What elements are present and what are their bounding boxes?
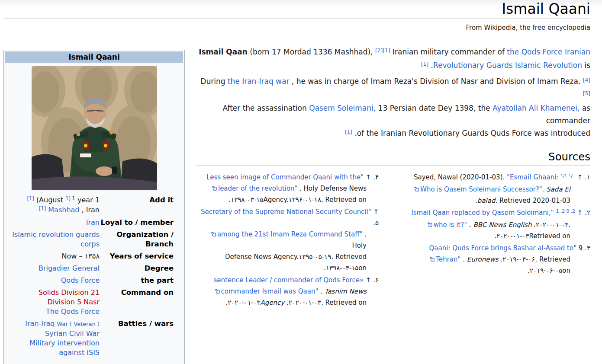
- text-line: Brigadier General: [5, 264, 100, 273]
- text-line: commander Ismail was Qaan" . Tasnim News: [196, 286, 379, 297]
- text-line: .۱۳۹۸-۰۳-۱۵Agency.۱۳۹۶-۰۱-۱۸. Retrieved …: [196, 194, 379, 205]
- infobox-row: Qods Forcethe part: [5, 275, 183, 287]
- text: (born 17 Mordad 1336 Mashhad),: [248, 48, 375, 56]
- text: .: [460, 255, 467, 263]
- wiki-link[interactable]: Iran-Iraq: [25, 319, 55, 328]
- wiki-link[interactable]: "Esmail Ghaani:: [507, 173, 560, 181]
- text-line: among the 21st Imam Reza Command Staff" …: [196, 229, 379, 251]
- text: .۲۰۲۰-۰۱-۰۳: [225, 299, 260, 307]
- ref-marker-link[interactable]: [4][5]: [583, 77, 590, 96]
- infobox-label: Organization / Branch: [100, 230, 183, 249]
- backlink-arrow: ↑: [575, 209, 583, 217]
- external-link-icon[interactable]: [215, 287, 221, 295]
- ref-marker-link[interactable]: 1 .2 0 .2: [556, 208, 575, 214]
- wiki-link[interactable]: Less seen image of Commander Qaani with …: [206, 173, 364, 181]
- wiki-link[interactable]: Qasem Soleimani,: [309, 104, 376, 112]
- text-line: [1] (August 1) 1 year 1: [5, 195, 100, 205]
- text: is: [582, 61, 590, 70]
- text-line: During the Iran-Iraq war , he was in cha…: [196, 75, 590, 102]
- ref-marker-link[interactable]: [2][1]: [375, 48, 390, 54]
- wiki-link[interactable]: leader of the revolution": [218, 185, 297, 192]
- text: .۱۳۹۸-۰۳-۱۵on: [324, 264, 367, 272]
- external-link-icon[interactable]: [414, 185, 420, 193]
- text: .: [542, 185, 547, 193]
- text: Sayed, Nawal (2020-01-03).: [414, 173, 507, 181]
- reference-item-1: Sayed, Nawal (2020-01-03). "Esmail Ghaan…: [394, 172, 590, 206]
- ref-marker-link[interactable]: ۱/۱ ۱/۰: [560, 173, 575, 179]
- backlink-arrow: ↑: [364, 276, 371, 284]
- wiki-link[interactable]: the Iran-Iraq war: [228, 77, 290, 86]
- ref-number: .۳: [583, 244, 590, 252]
- sources-heading: Sources: [196, 150, 590, 166]
- text-line: .۲۰۲۰-۰۱-۰۳Retrieved on: [394, 230, 590, 242]
- text-line: Division 5 Nasr: [5, 297, 100, 307]
- text: Tasnim News: [325, 287, 367, 295]
- backlink-arrow: 9: [576, 244, 583, 252]
- external-link-icon[interactable]: [427, 221, 434, 229]
- infobox-value: Brigadier General: [5, 264, 100, 273]
- wiki-link[interactable]: Syrian Civil War: [45, 329, 100, 338]
- portrait-photo[interactable]: [32, 66, 157, 190]
- text: year 1: [75, 196, 100, 204]
- wiki-redlink[interactable]: Solids Division 21: [39, 288, 100, 297]
- wiki-link[interactable]: Who is Qasem Soleimani Successor?": [420, 185, 542, 193]
- wiki-link[interactable]: who is it?": [434, 221, 467, 229]
- text: Agency: [260, 299, 284, 307]
- text-line: Less seen image of Commander Qaani with …: [196, 172, 379, 183]
- ref-marker-link[interactable]: [1]: [345, 129, 352, 135]
- text: BBC News English: [473, 221, 531, 229]
- ref-marker-link[interactable]: [1]: [421, 61, 428, 67]
- reference-item-2: Ismail Qaan replaced by Qasem Soleimani,…: [394, 207, 590, 242]
- infobox: Ismail Qaani: [3, 50, 185, 364]
- references-column-right: Sayed, Nawal (2020-01-03). "Esmail Ghaan…: [394, 172, 590, 309]
- external-link-icon[interactable]: [429, 255, 436, 263]
- wiki-link[interactable]: Secretary of the Supreme National Securi…: [201, 208, 371, 216]
- infobox-divider: [4, 193, 184, 193]
- infobox-label: Add it: [100, 195, 183, 205]
- ref-number: .۵: [373, 219, 379, 227]
- wiki-redlink[interactable]: Division 5 Nasr: [48, 298, 100, 306]
- ref-marker-link[interactable]: [1]: [27, 195, 34, 201]
- text-line: .۲۰۱۹-۰۶-۰۵on: [394, 265, 590, 276]
- infobox-label: Command on: [100, 288, 183, 297]
- site-subtitle: From Wikipedia, the free encyclopedia: [466, 24, 590, 32]
- infobox-row: Solids Division 21Division 5 NasrThe Qod…: [5, 287, 183, 318]
- wiki-link[interactable]: Ayatollah Ali Khamenei,: [493, 104, 579, 112]
- wiki-link[interactable]: Mashhad: [48, 206, 79, 214]
- ref-marker-link[interactable]: 1): [65, 195, 71, 201]
- infobox-value: Iran-Iraq War ( Veteran )Syrian Civil Wa…: [5, 319, 100, 358]
- text: .۱۳۹۸-۰۳-۱۵Agency.۱۳۹۶-۰۱-۱۸. Retrieved …: [229, 196, 367, 204]
- external-link-icon[interactable]: [212, 185, 218, 192]
- text-line: Iran-Iraq War ( Veteran ): [5, 319, 100, 329]
- ref-marker-link[interactable]: [1]: [39, 205, 46, 211]
- text: .۲۰۲۰-۰۱-۰۳Retrieved on: [494, 232, 570, 240]
- wiki-link[interactable]: sentence Leader / commander of Qods Forc…: [214, 276, 364, 284]
- wiki-link[interactable]: Revolutionary Guards Islamic Revolution: [433, 61, 582, 70]
- page-title: Ismail Qaani: [3, 0, 590, 18]
- infobox-value: Qods Force: [5, 276, 100, 285]
- wiki-link[interactable]: commander Ismail was Qaan": [221, 287, 319, 295]
- wiki-link[interactable]: Islamic revolution guards corps: [12, 230, 100, 248]
- infobox-value: Iran: [5, 218, 100, 227]
- wiki-link[interactable]: Tehran": [436, 255, 460, 263]
- text-line: Qods Force: [5, 276, 100, 285]
- wiki-link[interactable]: among the 21st Imam Reza Command Staff": [217, 230, 363, 238]
- text-line: Iran: [5, 218, 100, 227]
- wiki-link[interactable]: Qods Force: [61, 276, 100, 284]
- infobox-label: Degree: [100, 264, 183, 273]
- infobox-value: [1] (August 1) 1 year 1[1] Mashhad , Ira…: [5, 195, 100, 215]
- wiki-link[interactable]: The Qods Force: [46, 307, 100, 316]
- wiki-link[interactable]: War ( Veteran ): [57, 321, 100, 327]
- wiki-link[interactable]: Qaani: Quds Force brings Bashar al-Assad…: [429, 244, 576, 252]
- wiki-link[interactable]: Ismail Qaan replaced by Qasem Soleimani,…: [411, 209, 554, 217]
- wiki-link[interactable]: Brigadier General: [39, 264, 100, 272]
- text-line: Solids Division 21: [5, 288, 100, 297]
- external-link-icon[interactable]: [211, 230, 217, 238]
- text-line: Military intervention against ISIS: [5, 338, 100, 358]
- backlink-arrow: ↑: [371, 208, 379, 216]
- wiki-link[interactable]: the Qods Force Iranian: [507, 48, 590, 56]
- infobox-row: Islamic revolution guards corpsOrganizat…: [5, 229, 183, 250]
- wiki-link[interactable]: Iran: [86, 218, 100, 227]
- text-line: [1] Mashhad , Iran: [5, 205, 100, 215]
- wiki-link[interactable]: Military intervention against ISIS: [29, 339, 100, 357]
